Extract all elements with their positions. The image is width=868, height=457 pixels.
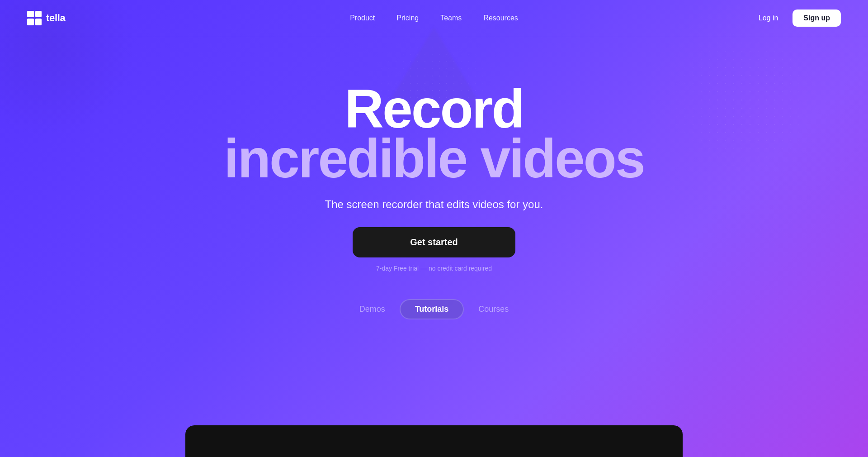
signup-button[interactable]: Sign up	[793, 10, 841, 27]
hero-section: Record incredible videos The screen reco…	[0, 36, 868, 319]
nav-resources[interactable]: Resources	[474, 10, 527, 26]
hero-subtitle: The screen recorder that edits videos fo…	[325, 198, 543, 211]
logo-sq-2	[35, 11, 42, 18]
tab-courses[interactable]: Courses	[464, 300, 523, 319]
bottom-bar-preview	[185, 425, 683, 457]
get-started-button[interactable]: Get started	[353, 227, 515, 257]
logo-sq-3	[27, 19, 34, 25]
logo-sq-1	[27, 11, 34, 18]
logo-text: tella	[46, 12, 66, 24]
page-wrapper: tella Product Pricing Teams Resources Lo…	[0, 0, 868, 457]
trial-text: 7-day Free trial — no credit card requir…	[376, 265, 492, 272]
tab-demos[interactable]: Demos	[345, 300, 400, 319]
navbar-center: Product Pricing Teams Resources	[341, 10, 527, 26]
nav-teams[interactable]: Teams	[431, 10, 471, 26]
nav-pricing[interactable]: Pricing	[387, 10, 428, 26]
nav-product[interactable]: Product	[341, 10, 384, 26]
navbar: tella Product Pricing Teams Resources Lo…	[0, 0, 868, 36]
login-button[interactable]: Log in	[751, 10, 786, 26]
hero-title-line1: Record	[344, 81, 523, 136]
logo-icon	[27, 11, 42, 25]
tab-tutorials[interactable]: Tutorials	[400, 299, 464, 319]
hero-title-line2: incredible videos	[224, 131, 644, 186]
logo-sq-4	[35, 19, 42, 25]
tab-section: Demos Tutorials Courses	[345, 299, 524, 319]
navbar-left: tella	[27, 11, 66, 25]
navbar-right: Log in Sign up	[751, 10, 841, 27]
